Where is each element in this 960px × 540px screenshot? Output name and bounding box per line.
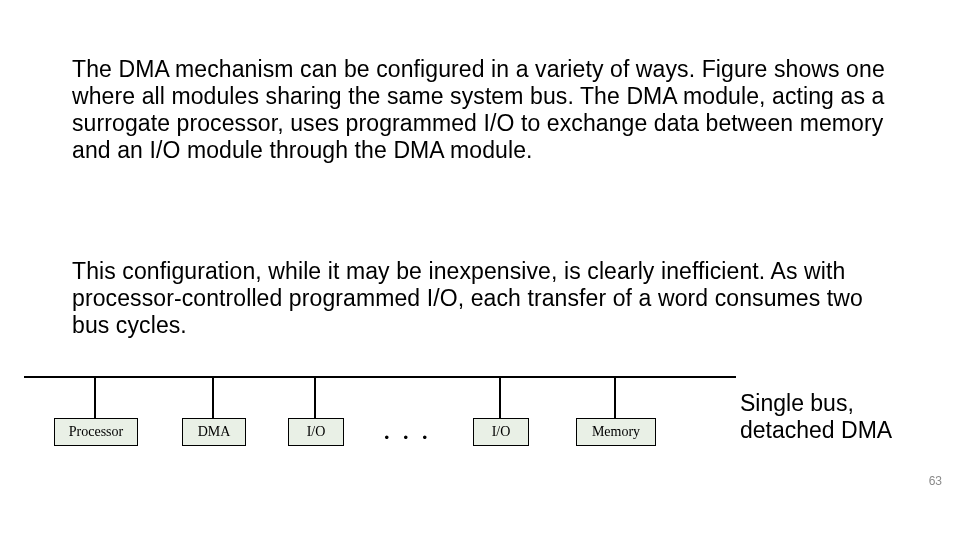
block-label: Memory — [576, 418, 656, 446]
block-label: DMA — [182, 418, 246, 446]
block-label: I/O — [473, 418, 529, 446]
bus-diagram: Processor DMA I/O . . . I/O Memory — [24, 376, 736, 496]
paragraph-1: The DMA mechanism can be configured in a… — [72, 56, 892, 165]
diagram-caption: Single bus, detached DMA — [740, 390, 920, 444]
page-number: 63 — [929, 474, 942, 488]
slide: The DMA mechanism can be configured in a… — [0, 0, 960, 540]
block-label: Processor — [54, 418, 138, 446]
block-processor: Processor — [54, 418, 138, 446]
bus-connector — [614, 378, 616, 418]
block-dma: DMA — [182, 418, 246, 446]
block-memory: Memory — [576, 418, 656, 446]
block-io-2: I/O — [473, 418, 529, 446]
block-label: I/O — [288, 418, 344, 446]
ellipsis: . . . — [384, 418, 432, 446]
bus-connector — [499, 378, 501, 418]
system-bus-line — [24, 376, 736, 378]
block-io-1: I/O — [288, 418, 344, 446]
bus-connector — [314, 378, 316, 418]
bus-connector — [94, 378, 96, 418]
paragraph-2: This configuration, while it may be inex… — [72, 258, 892, 339]
bus-connector — [212, 378, 214, 418]
